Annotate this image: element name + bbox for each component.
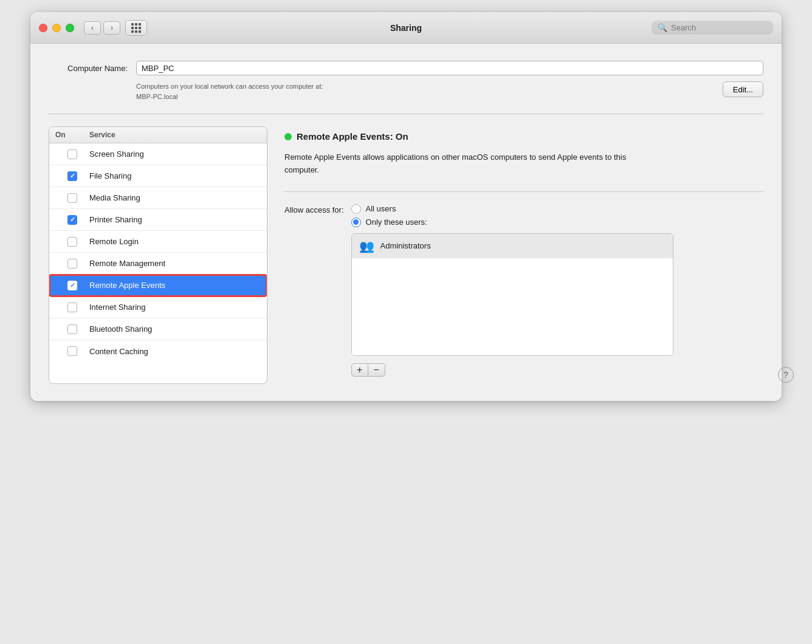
remove-user-button[interactable]: − [368, 363, 385, 377]
search-input[interactable] [671, 23, 767, 32]
users-list: 👥 Administrators [351, 233, 673, 356]
grid-icon [131, 23, 141, 33]
status-dot-green [284, 133, 292, 140]
user-name-administrators: Administrators [380, 241, 431, 250]
service-row-bluetooth-sharing[interactable]: Bluetooth Sharing [49, 318, 267, 340]
nav-buttons: ‹ › [84, 21, 120, 35]
checkbox-content-caching[interactable] [67, 346, 77, 356]
header-on: On [55, 131, 89, 139]
service-name-screen-sharing: Screen Sharing [89, 149, 144, 159]
grid-view-button[interactable] [125, 20, 147, 36]
service-name-internet-sharing: Internet Sharing [89, 303, 146, 312]
radio-label-only-these-users: Only these users: [366, 218, 427, 227]
users-list-empty-area [352, 258, 673, 355]
service-status: Remote Apple Events: On [284, 131, 763, 142]
detail-divider [284, 191, 763, 192]
titlebar: ‹ › Sharing 🔍 [30, 12, 782, 44]
service-row-content-caching[interactable]: Content Caching [49, 340, 267, 362]
services-header: On Service [49, 127, 267, 143]
computer-name-input[interactable] [136, 61, 763, 75]
service-row-remote-apple-events[interactable]: Remote Apple Events [49, 275, 267, 296]
radio-only-these-users[interactable] [351, 218, 361, 227]
search-icon: 🔍 [658, 23, 667, 32]
service-row-file-sharing[interactable]: File Sharing [49, 165, 267, 187]
checkbox-col-media-sharing [55, 193, 89, 203]
service-name-file-sharing: File Sharing [89, 171, 131, 180]
content-area: Computer Name: Computers on your local n… [30, 44, 782, 401]
checkbox-remote-management[interactable] [67, 259, 77, 269]
back-button[interactable]: ‹ [84, 21, 101, 35]
service-row-remote-management[interactable]: Remote Management [49, 253, 267, 275]
service-row-screen-sharing[interactable]: Screen Sharing [49, 143, 267, 165]
users-list-item-administrators[interactable]: 👥 Administrators [352, 234, 673, 258]
computer-name-label: Computer Name: [49, 64, 128, 73]
checkbox-internet-sharing[interactable] [67, 303, 77, 312]
checkbox-remote-apple-events[interactable] [67, 281, 77, 290]
checkbox-col-content-caching [55, 346, 89, 356]
checkbox-remote-login[interactable] [67, 237, 77, 247]
traffic-lights [39, 24, 74, 32]
access-row: Allow access for: All users Only these u… [284, 204, 763, 377]
checkbox-col-remote-apple-events [55, 281, 89, 290]
checkbox-col-remote-management [55, 259, 89, 269]
checkbox-col-screen-sharing [55, 149, 89, 159]
users-actions: + − [351, 363, 673, 377]
minimize-button[interactable] [52, 24, 61, 32]
radio-all-users[interactable] [351, 204, 361, 214]
radio-row-all-users[interactable]: All users [351, 204, 673, 214]
computer-name-desc: Computers on your local network can acce… [136, 81, 709, 101]
service-name-printer-sharing: Printer Sharing [89, 215, 142, 224]
radio-row-only-these[interactable]: Only these users: [351, 218, 673, 227]
main-panel: On Service Screen Sharing [49, 126, 763, 384]
service-name-remote-management: Remote Management [89, 259, 165, 268]
service-status-text: Remote Apple Events: On [297, 131, 408, 142]
add-user-button[interactable]: + [351, 363, 368, 377]
user-group-icon: 👥 [359, 239, 374, 253]
service-row-media-sharing[interactable]: Media Sharing [49, 187, 267, 209]
checkbox-screen-sharing[interactable] [67, 149, 77, 159]
divider [49, 114, 763, 114]
edit-button[interactable]: Edit... [723, 81, 763, 97]
checkbox-col-remote-login [55, 237, 89, 247]
checkbox-file-sharing[interactable] [67, 171, 77, 181]
computer-name-subtext: Computers on your local network can acce… [49, 81, 763, 101]
checkbox-media-sharing[interactable] [67, 193, 77, 203]
checkbox-printer-sharing[interactable] [67, 215, 77, 225]
access-label: Allow access for: [284, 204, 344, 214]
service-name-remote-apple-events: Remote Apple Events [89, 281, 165, 290]
service-row-printer-sharing[interactable]: Printer Sharing [49, 209, 267, 231]
detail-panel: Remote Apple Events: On Remote Apple Eve… [280, 126, 763, 384]
service-name-remote-login: Remote Login [89, 237, 139, 246]
service-row-internet-sharing[interactable]: Internet Sharing [49, 296, 267, 318]
services-container: On Service Screen Sharing [49, 126, 267, 384]
access-options: All users Only these users: 👥 Administra… [351, 204, 673, 377]
service-name-content-caching: Content Caching [89, 347, 148, 356]
service-name-media-sharing: Media Sharing [89, 193, 140, 202]
checkbox-col-printer-sharing [55, 215, 89, 225]
checkbox-col-file-sharing [55, 171, 89, 181]
service-name-bluetooth-sharing: Bluetooth Sharing [89, 324, 152, 334]
checkbox-bluetooth-sharing[interactable] [67, 324, 77, 334]
window-title: Sharing [390, 23, 422, 33]
checkbox-col-bluetooth-sharing [55, 324, 89, 334]
forward-button[interactable]: › [103, 21, 120, 35]
maximize-button[interactable] [66, 24, 74, 32]
help-button[interactable]: ? [778, 367, 794, 383]
service-description: Remote Apple Events allows applications … [284, 151, 649, 177]
search-box[interactable]: 🔍 [652, 21, 773, 35]
radio-label-all-users: All users [366, 204, 396, 213]
checkbox-col-internet-sharing [55, 303, 89, 312]
computer-name-row: Computer Name: [49, 61, 763, 75]
close-button[interactable] [39, 24, 47, 32]
service-row-remote-login[interactable]: Remote Login [49, 231, 267, 253]
header-service: Service [89, 131, 115, 139]
